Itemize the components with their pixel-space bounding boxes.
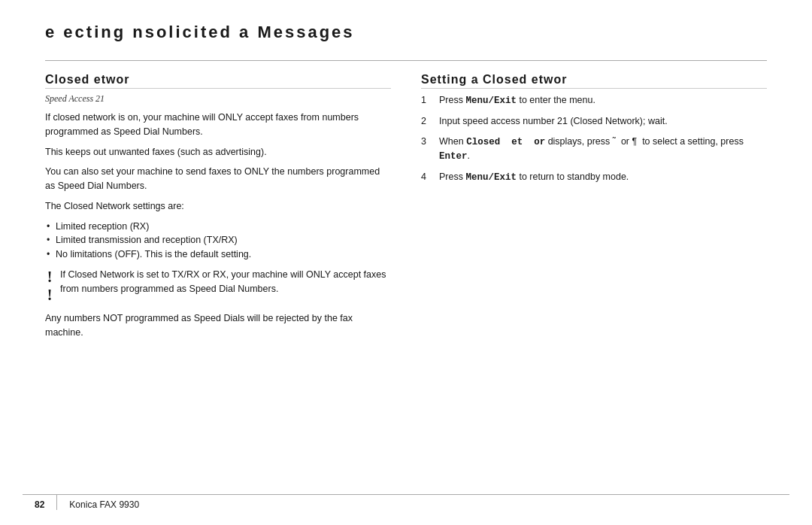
step-2: 2 Input speed access number 21 (Closed N… [421,114,767,129]
left-para-4: The Closed Network settings are: [45,199,391,214]
bullet-item-2: Limited transmission and reception (TX/R… [45,233,391,247]
step-3-mono2: Enter [439,151,468,162]
footer-brand-name: Konica FAX 9930 [57,495,139,510]
step-1: 1 Press Menu/Exit to enter the menu. [421,93,767,108]
left-column: Closed etwor Speed Access 21 If closed n… [45,73,391,345]
step-1-num: 1 [421,93,432,108]
content-columns: Closed etwor Speed Access 21 If closed n… [45,73,767,345]
right-column: Setting a Closed etwor 1 Press Menu/Exit… [421,73,767,345]
bullet-item-1: Limited reception (RX) [45,220,391,234]
left-para-1: If closed network is on, your machine wi… [45,111,391,139]
step-4: 4 Press Menu/Exit to return to standby m… [421,170,767,185]
step-3-text: When Closed et or displays, press ˜ or ¶… [439,135,767,165]
page-title: e ecting nsolicited a Messages [45,23,767,42]
step-2-text: Input speed access number 21 (Closed Net… [439,114,767,129]
step-2-num: 2 [421,114,432,129]
steps-list: 1 Press Menu/Exit to enter the menu. 2 I… [421,93,767,185]
step-3: 3 When Closed et or displays, press ˜ or… [421,135,767,165]
left-para-3: You can also set your machine to send fa… [45,165,391,193]
step-4-mono: Menu/Exit [465,172,517,183]
title-divider [45,60,767,61]
step-1-mono: Menu/Exit [465,96,517,106]
bullet-list: Limited reception (RX) Limited transmiss… [45,220,391,262]
speed-access-label: Speed Access 21 [45,93,391,105]
note-text-2: Any numbers NOT programmed as Speed Dial… [45,311,391,340]
step-1-text: Press Menu/Exit to enter the menu. [439,93,767,108]
step-3-mono1: Closed et or [466,137,545,147]
bullet-item-3: No limitations (OFF). This is the defaul… [45,247,391,262]
page: e ecting nsolicited a Messages Closed et… [0,0,812,525]
step-4-num: 4 [421,170,432,185]
note-exclamation-icon: ! ! [45,268,54,304]
footer: 82 Konica FAX 9930 [23,494,789,510]
right-section-title: Setting a Closed etwor [421,73,767,89]
note-box: ! ! If Closed Network is set to TX/RX or… [45,268,391,304]
left-section-title: Closed etwor [45,73,391,89]
step-4-text: Press Menu/Exit to return to standby mod… [439,170,767,185]
note-text-1: If Closed Network is set to TX/RX or RX,… [60,268,391,304]
step-3-num: 3 [421,135,432,165]
left-para-2: This keeps out unwanted faxes (such as a… [45,145,391,159]
footer-page-number: 82 [23,495,57,510]
